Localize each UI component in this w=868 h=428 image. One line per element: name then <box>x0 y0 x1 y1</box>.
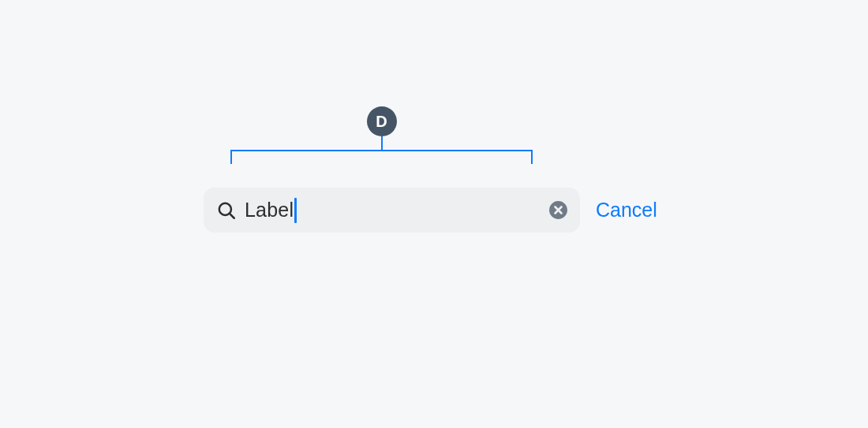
annotation-stem <box>381 136 383 150</box>
clear-button[interactable] <box>547 199 569 221</box>
search-input-value: Label <box>245 199 294 221</box>
search-input[interactable]: Label <box>245 198 547 223</box>
annotation-badge: D <box>367 106 397 136</box>
annotation-callout: D <box>230 106 533 164</box>
search-field[interactable]: Label <box>204 188 580 233</box>
cancel-button[interactable]: Cancel <box>596 199 657 221</box>
annotation-bracket <box>230 150 533 164</box>
annotation-badge-label: D <box>376 113 387 131</box>
search-row: Label Cancel <box>204 188 657 233</box>
text-cursor <box>294 198 297 223</box>
search-icon <box>216 200 237 221</box>
close-circle-icon <box>548 200 568 220</box>
svg-line-1 <box>230 213 234 218</box>
